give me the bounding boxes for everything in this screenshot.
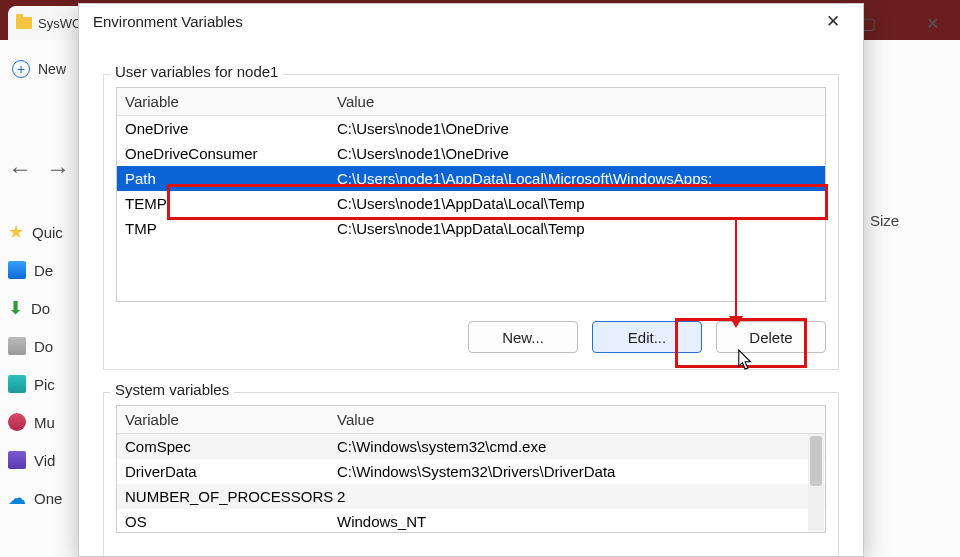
column-header-size[interactable]: Size <box>870 212 899 229</box>
system-var-row[interactable]: NUMBER_OF_PROCESSORS2 <box>117 484 825 509</box>
sidebar-item-desktop[interactable]: De <box>8 258 78 282</box>
system-vars-table[interactable]: Variable Value ComSpecC:\Windows\system3… <box>116 405 826 533</box>
user-var-row[interactable]: OneDriveConsumerC:\Users\node1\OneDrive <box>117 141 825 166</box>
var-value: C:\Users\node1\AppData\Local\Temp <box>337 220 825 237</box>
documents-icon <box>8 337 26 355</box>
user-var-row[interactable]: OneDriveC:\Users\node1\OneDrive <box>117 116 825 141</box>
user-vars-group: User variables for node1 Variable Value … <box>103 74 839 370</box>
system-vars-header: Variable Value <box>117 406 825 434</box>
forward-icon[interactable]: → <box>46 155 70 183</box>
system-vars-legend: System variables <box>110 381 234 398</box>
sidebar-item-music[interactable]: Mu <box>8 410 78 434</box>
download-icon: ⬇ <box>8 297 23 319</box>
var-value: 2 <box>337 488 825 505</box>
user-vars-table[interactable]: Variable Value OneDriveC:\Users\node1\On… <box>116 87 826 302</box>
col-value[interactable]: Value <box>337 411 825 428</box>
var-value: C:\Windows\system32\cmd.exe <box>337 438 825 455</box>
var-name: OS <box>125 513 337 530</box>
var-value: C:\Windows\System32\Drivers\DriverData <box>337 463 825 480</box>
system-var-row[interactable]: DriverDataC:\Windows\System32\Drivers\Dr… <box>117 459 825 484</box>
system-vars-scrollbar[interactable] <box>808 434 824 531</box>
var-name: DriverData <box>125 463 337 480</box>
var-name: ComSpec <box>125 438 337 455</box>
scrollbar-thumb[interactable] <box>810 436 822 486</box>
col-variable[interactable]: Variable <box>125 411 337 428</box>
videos-icon <box>8 451 26 469</box>
dialog-body: User variables for node1 Variable Value … <box>79 38 863 556</box>
sidebar-item-videos[interactable]: Vid <box>8 448 78 472</box>
explorer-nav: ← → <box>8 155 70 183</box>
sidebar-item-onedrive[interactable]: ☁One <box>8 486 78 510</box>
desktop-icon <box>8 261 26 279</box>
col-value[interactable]: Value <box>337 93 825 110</box>
var-value: C:\Users\node1\OneDrive <box>337 145 825 162</box>
var-value: Windows_NT <box>337 513 825 530</box>
system-var-row[interactable]: OSWindows_NT <box>117 509 825 533</box>
cloud-icon: ☁ <box>8 487 26 509</box>
user-button-row: New... Edit... Delete <box>468 321 826 353</box>
explorer-toolbar: + New <box>0 60 66 78</box>
var-name: TEMP <box>125 195 337 212</box>
pictures-icon <box>8 375 26 393</box>
explorer-sidebar: ★Quic De ⬇Do Do Pic Mu Vid ☁One <box>8 220 78 510</box>
var-value: C:\Users\node1\AppData\Local\Temp <box>337 195 825 212</box>
dialog-titlebar: Environment Variables ✕ <box>79 4 863 38</box>
user-vars-header: Variable Value <box>117 88 825 116</box>
var-name: OneDriveConsumer <box>125 145 337 162</box>
plus-icon[interactable]: + <box>12 60 30 78</box>
user-delete-button[interactable]: Delete <box>716 321 826 353</box>
var-value: C:\Users\node1\AppData\Local\Microsoft\W… <box>337 170 825 187</box>
sidebar-item-quick[interactable]: ★Quic <box>8 220 78 244</box>
system-vars-group: System variables Variable Value ComSpecC… <box>103 392 839 556</box>
user-edit-button[interactable]: Edit... <box>592 321 702 353</box>
var-name: OneDrive <box>125 120 337 137</box>
user-var-row[interactable]: TMPC:\Users\node1\AppData\Local\Temp <box>117 216 825 241</box>
env-vars-dialog: Environment Variables ✕ User variables f… <box>78 3 864 557</box>
user-var-row[interactable]: TEMPC:\Users\node1\AppData\Local\Temp <box>117 191 825 216</box>
close-icon[interactable]: ✕ <box>912 8 952 38</box>
user-new-button[interactable]: New... <box>468 321 578 353</box>
new-button-label[interactable]: New <box>38 61 66 77</box>
sidebar-item-downloads[interactable]: ⬇Do <box>8 296 78 320</box>
sidebar-item-pictures[interactable]: Pic <box>8 372 78 396</box>
back-icon[interactable]: ← <box>8 155 32 183</box>
star-icon: ★ <box>8 221 24 243</box>
var-value: C:\Users\node1\OneDrive <box>337 120 825 137</box>
music-icon <box>8 413 26 431</box>
var-name: NUMBER_OF_PROCESSORS <box>125 488 337 505</box>
user-var-row[interactable]: PathC:\Users\node1\AppData\Local\Microso… <box>117 166 825 191</box>
folder-icon <box>16 17 32 29</box>
sidebar-item-documents[interactable]: Do <box>8 334 78 358</box>
var-name: Path <box>125 170 337 187</box>
user-vars-legend: User variables for node1 <box>110 63 283 80</box>
col-variable[interactable]: Variable <box>125 93 337 110</box>
var-name: TMP <box>125 220 337 237</box>
system-var-row[interactable]: ComSpecC:\Windows\system32\cmd.exe <box>117 434 825 459</box>
dialog-title: Environment Variables <box>93 13 243 30</box>
dialog-close-button[interactable]: ✕ <box>811 6 855 36</box>
